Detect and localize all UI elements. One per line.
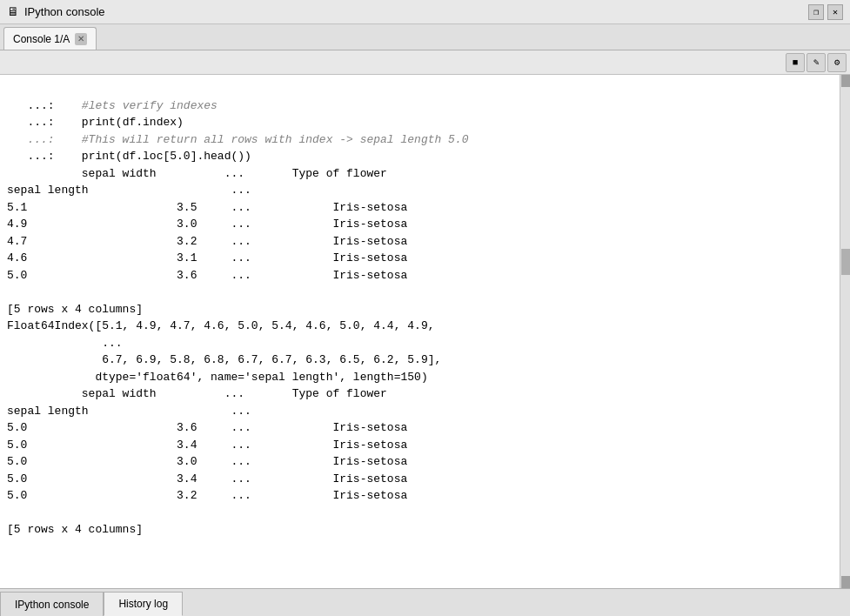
line-1: ...: #lets verify indexes [7, 99, 218, 112]
scrollbar-down-arrow[interactable] [841, 576, 850, 588]
scrollbar-up-arrow[interactable] [841, 75, 850, 87]
line-21: 5.0 3.0 ... Iris-setosa [7, 455, 407, 468]
title-bar-controls: ❐ ✕ [808, 4, 843, 20]
bottom-tab-history[interactable]: History log [104, 592, 183, 616]
restore-button[interactable]: ❐ [808, 4, 824, 20]
line-2: ...: print(df.index) [7, 116, 184, 129]
line-7: 5.1 3.5 ... Iris-setosa [7, 201, 407, 214]
line-22: 5.0 3.4 ... Iris-setosa [7, 472, 407, 485]
tab-close-button[interactable]: ✕ [75, 33, 87, 45]
line-23: 5.0 3.2 ... Iris-setosa [7, 489, 407, 502]
line-3: ...: #This will return all rows with ind… [7, 133, 469, 146]
line-16: dtype='float64', name='sepal length', le… [7, 371, 428, 384]
line-18: sepal length ... [7, 405, 251, 418]
line-20: 5.0 3.4 ... Iris-setosa [7, 439, 407, 452]
line-11: 5.0 3.6 ... Iris-setosa [7, 269, 407, 282]
tab-label: Console 1/A [13, 33, 70, 45]
line-12: [5 rows x 4 columns] [7, 303, 143, 316]
settings-button[interactable]: ⚙ [827, 53, 847, 72]
line-15: 6.7, 6.9, 5.8, 6.8, 6.7, 6.7, 6.3, 6.5, … [7, 353, 441, 366]
title-bar-left: 🖥 IPython console [7, 5, 105, 19]
line-13: Float64Index([5.1, 4.9, 4.7, 4.6, 5.0, 5… [7, 319, 434, 332]
stop-button[interactable]: ■ [786, 53, 805, 72]
scrollbar-thumb[interactable] [841, 249, 850, 275]
line-6: sepal length ... [7, 184, 251, 197]
line-14: ... [7, 337, 123, 350]
title-bar: 🖥 IPython console ❐ ✕ [0, 0, 850, 24]
line-24: [5 rows x 4 columns] [7, 523, 143, 536]
bottom-tab-bar: IPython console History log [0, 588, 850, 616]
bottom-tab-ipython[interactable]: IPython console [0, 592, 104, 616]
scrollbar-track[interactable] [840, 75, 850, 588]
tab-bar: Console 1/A ✕ [0, 24, 850, 50]
window-icon: 🖥 [7, 5, 19, 19]
line-9: 4.7 3.2 ... Iris-setosa [7, 235, 407, 248]
line-5: sepal width ... Type of flower [7, 167, 387, 180]
line-8: 4.9 3.0 ... Iris-setosa [7, 218, 407, 231]
edit-button[interactable]: ✎ [806, 53, 826, 72]
window-title: IPython console [24, 5, 105, 18]
bottom-tab-ipython-label: IPython console [15, 599, 89, 611]
bottom-tab-history-label: History log [118, 598, 168, 610]
console-wrapper: ...: #lets verify indexes ...: print(df.… [0, 75, 850, 588]
console-output[interactable]: ...: #lets verify indexes ...: print(df.… [0, 75, 840, 588]
close-button[interactable]: ✕ [827, 4, 843, 20]
line-4: ...: print(df.loc[5.0].head()) [7, 150, 251, 163]
toolbar: ■ ✎ ⚙ [0, 50, 850, 75]
tab-console1a[interactable]: Console 1/A ✕ [3, 27, 97, 50]
line-17: sepal width ... Type of flower [7, 387, 387, 400]
line-10: 4.6 3.1 ... Iris-setosa [7, 251, 407, 264]
line-19: 5.0 3.6 ... Iris-setosa [7, 421, 407, 434]
